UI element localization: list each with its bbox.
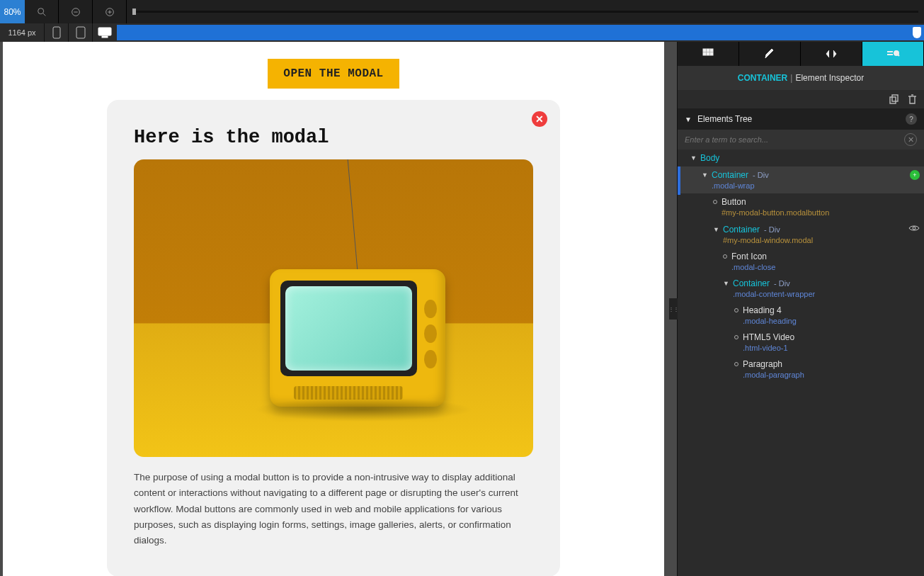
tab-brush-icon[interactable] [739,42,801,66]
page-canvas[interactable]: OPEN THE MODAL ✕ Here is the modal [3,42,664,576]
breakpoint-ruler[interactable] [117,25,924,40]
width-toolbar: 1164 px [0,23,924,42]
zoom-in-icon[interactable] [93,0,127,23]
zoom-out-icon[interactable] [59,0,93,23]
breakpoint-marker-icon[interactable] [913,27,921,38]
svg-line-1 [43,13,45,16]
chevron-down-icon: ▼ [685,115,692,123]
tree-node-button[interactable]: Button #my-modal-button.modalbutton [678,193,924,220]
svg-rect-16 [710,52,713,55]
canvas-viewport: OPEN THE MODAL ✕ Here is the modal [0,42,677,576]
inspector-title: Element Inspector [795,73,864,83]
tab-code-icon[interactable] [801,42,862,66]
tree-node-html5-video[interactable]: HTML5 Video .html-video-1 [678,329,924,356]
visibility-icon[interactable] [908,224,920,235]
zoom-reset-icon[interactable] [25,0,59,23]
device-desktop-icon[interactable] [92,23,116,42]
tree-node-container-modal[interactable]: ▼Container - Div #my-modal-window.modal [678,220,924,248]
svg-rect-11 [703,49,706,52]
svg-rect-9 [98,28,111,35]
tree-node-container-modal-wrap[interactable]: ▼Container - Div+ .modal-wrap [678,166,924,193]
duplicate-icon[interactable] [889,94,899,104]
modal-heading: Here is the modal [134,127,533,148]
panel-drag-handle-icon[interactable]: ⋮⋮ [669,298,678,320]
tree-node-heading4[interactable]: Heading 4 .modal-heading [678,302,924,329]
device-tablet-icon[interactable] [68,23,92,42]
elements-tree: ▼Body ▼Container - Div+ .modal-wrap Butt… [678,149,924,576]
inspector-tabs [678,42,924,66]
tab-inspector-icon[interactable] [862,42,924,66]
status-badge-icon: + [910,170,920,180]
inspector-actions [678,90,924,108]
svg-rect-15 [707,52,709,55]
tree-node-body[interactable]: ▼Body [678,149,924,166]
selected-element-type: CONTAINER [738,73,787,83]
tree-node-paragraph[interactable]: Paragraph .modal-paragraph [678,356,924,383]
svg-rect-7 [53,27,60,38]
open-modal-button[interactable]: OPEN THE MODAL [268,59,399,89]
modal-paragraph: The purpose of using a modal button is t… [134,470,533,548]
svg-rect-12 [707,49,709,52]
svg-point-24 [913,227,916,230]
trash-icon[interactable] [908,94,917,104]
tab-grid-icon[interactable] [678,42,739,66]
help-icon[interactable]: ? [906,113,917,125]
elements-tree-header[interactable]: ▼ Elements Tree ? [678,108,924,130]
svg-rect-13 [710,49,713,52]
svg-rect-8 [76,27,85,38]
close-icon[interactable]: ✕ [532,111,547,127]
canvas-width-label: 1164 px [0,28,44,37]
svg-rect-10 [102,36,108,38]
clear-search-icon[interactable]: ✕ [904,133,917,146]
modal-video[interactable] [134,159,533,457]
svg-point-0 [38,8,43,13]
modal-window[interactable]: ✕ Here is the modal [107,100,560,576]
device-phone-icon[interactable] [44,23,68,42]
tree-search-row: ✕ [678,130,924,149]
tree-search-input[interactable] [685,135,904,144]
inspector-panel: ⋮⋮ CONTAINER | Element Inspector [677,42,924,576]
svg-rect-21 [890,97,896,103]
svg-rect-22 [892,95,898,101]
zoom-slider[interactable] [127,0,924,23]
svg-line-20 [898,55,899,56]
tree-node-container-content-wrapper[interactable]: ▼Container - Div .modal-content-wrapper [678,275,924,302]
zoom-toolbar: 80% [0,0,924,23]
inspector-header: CONTAINER | Element Inspector [678,66,924,90]
zoom-level-badge[interactable]: 80% [0,0,25,23]
elements-tree-title: Elements Tree [697,114,752,124]
svg-rect-14 [703,52,706,55]
tree-node-font-icon[interactable]: Font Icon .modal-close [678,248,924,275]
